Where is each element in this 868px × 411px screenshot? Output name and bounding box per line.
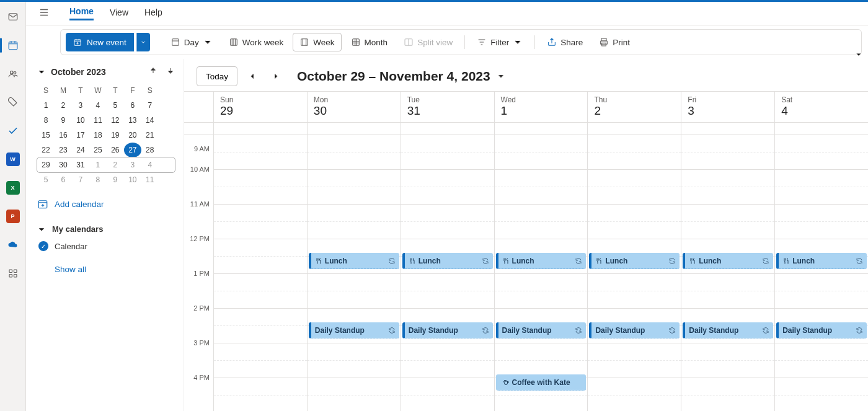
day-header[interactable]: Thu2 (588, 92, 681, 122)
calendar-event[interactable]: Lunch (776, 253, 867, 269)
mini-day[interactable]: 29 (37, 157, 55, 172)
view-week-button[interactable]: Week (293, 33, 341, 51)
calendar-event[interactable]: Lunch (683, 253, 773, 269)
print-button[interactable]: Print (592, 33, 637, 51)
view-month-button[interactable]: Month (344, 33, 395, 51)
mini-day[interactable]: 9 (107, 172, 124, 187)
todo-app-icon[interactable] (4, 122, 22, 139)
calendar-app-icon[interactable] (4, 37, 22, 54)
show-all-link[interactable]: Show all (37, 265, 175, 274)
mini-day[interactable]: 5 (37, 172, 55, 187)
mini-day[interactable]: 23 (55, 143, 72, 157)
onedrive-app-icon[interactable] (4, 236, 22, 254)
mini-day[interactable]: 8 (89, 172, 107, 187)
view-work-week-button[interactable]: Work week (222, 33, 291, 51)
day-header[interactable]: Mon30 (308, 92, 401, 122)
mini-day[interactable]: 7 (72, 172, 89, 187)
mini-day[interactable]: 25 (89, 143, 107, 157)
mini-day[interactable]: 14 (141, 113, 159, 128)
mini-day[interactable]: 5 (107, 98, 124, 113)
mini-day[interactable]: 27 (124, 143, 141, 157)
view-day-button[interactable]: Day (164, 33, 219, 51)
mini-day[interactable]: 6 (124, 98, 141, 113)
share-button[interactable]: Share (540, 33, 590, 51)
mini-day[interactable]: 2 (107, 157, 124, 172)
ribbon-collapse-icon[interactable] (855, 50, 862, 61)
mini-day[interactable]: 4 (141, 157, 159, 172)
calendar-event[interactable]: Daily Standup (496, 322, 587, 338)
day-column[interactable]: LunchDaily StandupCoffee with Kate (495, 135, 588, 411)
day-column[interactable]: LunchDaily Standup (588, 135, 681, 411)
allday-cell[interactable] (214, 123, 308, 135)
mini-day[interactable]: 1 (37, 98, 55, 113)
tab-view[interactable]: View (110, 7, 128, 20)
files-app-icon[interactable] (4, 94, 22, 111)
people-app-icon[interactable] (4, 65, 22, 82)
allday-cell[interactable] (495, 123, 588, 135)
mini-day[interactable]: 4 (89, 98, 107, 113)
mini-day[interactable]: 17 (72, 128, 89, 143)
calendar-event[interactable]: Lunch (309, 253, 399, 269)
chevron-down-icon[interactable] (37, 68, 46, 76)
allday-cell[interactable] (775, 123, 868, 135)
mini-day[interactable]: 15 (37, 128, 55, 143)
mini-day[interactable]: 6 (55, 172, 72, 187)
mini-day[interactable]: 16 (55, 128, 72, 143)
day-header[interactable]: Wed1 (495, 92, 588, 122)
mini-day[interactable]: 22 (37, 143, 55, 157)
new-event-button[interactable]: New event (66, 33, 134, 51)
calendar-event[interactable]: Daily Standup (309, 322, 399, 338)
mail-app-icon[interactable] (4, 8, 22, 25)
tab-help[interactable]: Help (144, 7, 162, 20)
mini-day[interactable]: 1 (89, 157, 107, 172)
mini-day[interactable]: 3 (72, 98, 89, 113)
calendar-checkbox-icon[interactable]: ✓ (38, 241, 48, 251)
day-column[interactable]: LunchDaily Standup (681, 135, 775, 411)
my-calendars-section[interactable]: My calendars (37, 224, 175, 234)
hamburger-icon[interactable] (38, 7, 50, 20)
mini-day[interactable]: 2 (55, 98, 72, 113)
mini-day[interactable]: 31 (72, 157, 89, 172)
next-week-button[interactable] (267, 68, 285, 85)
mini-day[interactable]: 10 (72, 113, 89, 128)
mini-day[interactable]: 21 (141, 128, 159, 143)
day-header[interactable]: Sun29 (214, 92, 308, 122)
mini-day[interactable]: 11 (141, 172, 159, 187)
mini-day[interactable]: 30 (55, 157, 72, 172)
calendar-event[interactable]: Lunch (402, 253, 493, 269)
mini-day[interactable]: 12 (107, 113, 124, 128)
mini-prev-month[interactable] (149, 66, 157, 77)
day-column[interactable]: LunchDaily Standup (401, 135, 495, 411)
calendar-item[interactable]: ✓ Calendar (37, 241, 175, 251)
mini-day[interactable]: 26 (107, 143, 124, 157)
mini-day[interactable]: 19 (107, 128, 124, 143)
new-event-dropdown[interactable] (136, 33, 150, 51)
calendar-event[interactable]: Coffee with Kate (496, 374, 587, 391)
mini-day[interactable]: 24 (72, 143, 89, 157)
mini-day[interactable]: 20 (124, 128, 141, 143)
mini-calendar[interactable]: SMTWTFS123456789101112131415161718192021… (37, 83, 175, 187)
allday-cell[interactable] (681, 123, 775, 135)
filter-button[interactable]: Filter (470, 33, 529, 51)
mini-day[interactable]: 28 (141, 143, 159, 157)
day-column[interactable] (214, 135, 308, 411)
day-header[interactable]: Tue31 (401, 92, 495, 122)
word-app-icon[interactable]: W (4, 151, 22, 168)
calendar-event[interactable]: Daily Standup (776, 322, 867, 338)
allday-cell[interactable] (401, 123, 495, 135)
allday-cell[interactable] (308, 123, 401, 135)
mini-day[interactable]: 8 (37, 113, 55, 128)
powerpoint-app-icon[interactable]: P (4, 208, 22, 225)
today-button[interactable]: Today (197, 66, 237, 86)
mini-day[interactable]: 18 (89, 128, 107, 143)
mini-day[interactable]: 7 (141, 98, 159, 113)
mini-next-month[interactable] (166, 66, 175, 77)
mini-day[interactable]: 11 (89, 113, 107, 128)
calendar-event[interactable]: Daily Standup (402, 322, 493, 338)
mini-day[interactable]: 10 (124, 172, 141, 187)
prev-week-button[interactable] (244, 68, 261, 85)
more-apps-icon[interactable] (4, 265, 22, 282)
date-range-title[interactable]: October 29 – November 4, 2023 (297, 69, 505, 84)
add-calendar-link[interactable]: Add calendar (37, 193, 175, 214)
tab-home[interactable]: Home (69, 6, 94, 20)
